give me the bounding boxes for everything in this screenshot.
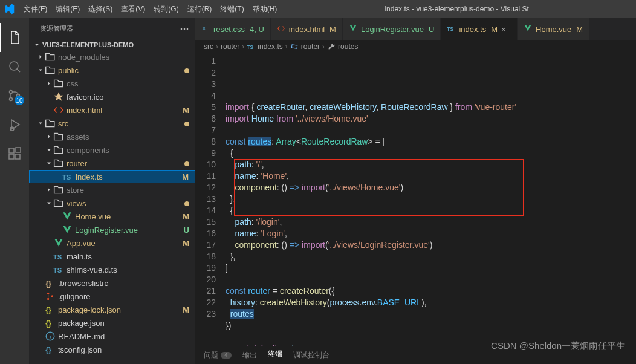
tree-item[interactable]: README.md xyxy=(29,330,195,343)
panel-tab[interactable]: 问题4 xyxy=(204,350,232,360)
panel-tab[interactable]: 输出 xyxy=(242,350,257,360)
star-icon xyxy=(53,91,64,102)
editor-tab[interactable]: index.htmlM xyxy=(271,18,343,40)
breadcrumb-item[interactable]: src xyxy=(204,42,213,51)
source-control-icon[interactable]: 10 xyxy=(0,81,29,110)
more-icon[interactable] xyxy=(180,24,189,34)
breadcrumb[interactable]: src›router›TSindex.ts›router›routes xyxy=(195,40,636,53)
code-line: ] xyxy=(226,262,636,274)
breadcrumb-item[interactable]: index.ts xyxy=(258,42,282,51)
editor-tab[interactable]: #reset.css4, U xyxy=(195,18,271,40)
folder-icon xyxy=(53,131,64,142)
info-icon xyxy=(45,331,56,342)
menu-item[interactable]: 运行(R) xyxy=(183,0,216,18)
tree-item[interactable]: App.vueM xyxy=(29,236,195,250)
line-number: 22 xyxy=(195,297,216,308)
tree-item[interactable]: src xyxy=(29,117,195,130)
breadcrumb-item[interactable]: routes xyxy=(338,42,358,51)
search-icon[interactable] xyxy=(0,52,29,81)
editor-tab[interactable]: Home.vueM xyxy=(518,18,589,40)
menu-item[interactable]: 选择(S) xyxy=(84,0,117,18)
code-line: history: createWebHistory(process.env.BA… xyxy=(226,297,636,308)
line-number: 5 xyxy=(195,102,216,113)
ts-icon: TS xyxy=(247,42,255,51)
code-line: { xyxy=(226,148,636,159)
tree-item[interactable]: Home.vueM xyxy=(29,210,195,223)
extensions-icon[interactable] xyxy=(0,139,29,168)
ts-icon: TS xyxy=(53,251,64,262)
tree-item-label: assets xyxy=(67,132,180,141)
tree-item[interactable]: {}.browserslistrc xyxy=(29,276,195,290)
svg-rect-5 xyxy=(9,148,14,153)
tree-item[interactable]: components xyxy=(29,143,195,157)
tree-item[interactable]: css xyxy=(29,77,195,90)
tree-item[interactable]: store xyxy=(29,183,195,197)
menu-item[interactable]: 编辑(E) xyxy=(51,0,84,18)
close-icon[interactable]: × xyxy=(501,25,511,34)
tree-item[interactable]: favicon.ico xyxy=(29,90,195,103)
tree-item[interactable]: TSindex.tsM xyxy=(29,170,195,183)
tree-item[interactable]: public xyxy=(29,63,195,77)
css-icon: # xyxy=(201,24,210,34)
tree-item-label: package-lock.json xyxy=(58,305,180,314)
tree-item[interactable]: .gitignore xyxy=(29,290,195,303)
editor-tab[interactable]: TSindex.tsM× xyxy=(441,18,518,40)
line-number: 10 xyxy=(195,159,216,171)
tree-item[interactable]: index.htmlM xyxy=(29,103,195,117)
explorer-icon[interactable] xyxy=(0,23,29,52)
chevron-icon xyxy=(36,67,45,74)
panel-tab[interactable]: 调试控制台 xyxy=(293,350,329,360)
tree-item-status: M xyxy=(180,239,189,248)
tree-item[interactable]: TSmain.ts xyxy=(29,250,195,263)
svg-text:TS: TS xyxy=(53,267,62,274)
menu-item[interactable]: 终端(T) xyxy=(216,0,248,18)
code-line: const router = createRouter({ xyxy=(226,285,636,297)
tree-item-label: App.vue xyxy=(67,239,180,248)
panel-tab[interactable]: 终端 xyxy=(268,349,282,362)
tree-item[interactable]: router xyxy=(29,157,195,170)
editor-tabs: #reset.css4, Uindex.htmlMLoginRegister.v… xyxy=(195,18,636,40)
svg-text:TS: TS xyxy=(447,25,453,31)
scm-badge: 10 xyxy=(15,96,24,105)
menu-item[interactable]: 转到(G) xyxy=(149,0,183,18)
code-editor[interactable]: 1234567891011121314151617181920212223 im… xyxy=(195,53,636,346)
code-content[interactable]: import { createRouter, createWebHistory,… xyxy=(226,53,636,346)
bottom-panel: 问题4输出终端调试控制台 xyxy=(195,346,636,364)
ts-icon: TS xyxy=(62,171,73,182)
svg-text:TS: TS xyxy=(53,253,62,261)
tree-item-label: css xyxy=(67,79,180,88)
tree-item[interactable]: {}tsconfig.json xyxy=(29,343,195,356)
tree-item[interactable]: TSshims-vue.d.ts xyxy=(29,263,195,276)
wrench-icon xyxy=(327,42,336,51)
menu-item[interactable]: 查看(V) xyxy=(117,0,149,18)
menu-item[interactable]: 帮助(H) xyxy=(248,0,282,18)
breadcrumb-separator: › xyxy=(322,42,325,51)
tree-item-label: README.md xyxy=(58,332,180,341)
svg-text:TS: TS xyxy=(62,174,71,181)
svg-text:{}: {} xyxy=(45,319,51,328)
breadcrumb-item[interactable]: router xyxy=(221,42,239,51)
tree-item-label: tsconfig.json xyxy=(58,345,180,354)
tree-item-status xyxy=(180,66,189,75)
folder-icon xyxy=(45,118,56,129)
tree-item[interactable]: views xyxy=(29,197,195,210)
folder-icon xyxy=(53,158,64,169)
tab-status: M xyxy=(491,25,498,34)
project-header[interactable]: VUE3-ELEMENTPLUS-DEMO xyxy=(29,39,195,50)
tab-label: LoginRegister.vue xyxy=(361,25,424,34)
tree-item[interactable]: {}package-lock.jsonM xyxy=(29,303,195,316)
svg-point-19 xyxy=(47,293,49,294)
menu-item[interactable]: 文件(F) xyxy=(19,0,51,18)
tab-label: reset.css xyxy=(213,25,245,34)
tree-item-status xyxy=(180,199,189,208)
tree-item[interactable]: {}package.json xyxy=(29,316,195,330)
run-debug-icon[interactable] xyxy=(0,110,29,139)
line-number: 17 xyxy=(195,239,216,251)
git-icon xyxy=(45,291,56,302)
tree-item[interactable]: LoginRegister.vueU xyxy=(29,223,195,236)
tree-item[interactable]: node_modules xyxy=(29,50,195,63)
editor-tab[interactable]: LoginRegister.vueU xyxy=(343,18,441,40)
tree-item[interactable]: assets xyxy=(29,130,195,143)
breadcrumb-item[interactable]: router xyxy=(301,42,320,51)
line-number: 8 xyxy=(195,136,216,148)
